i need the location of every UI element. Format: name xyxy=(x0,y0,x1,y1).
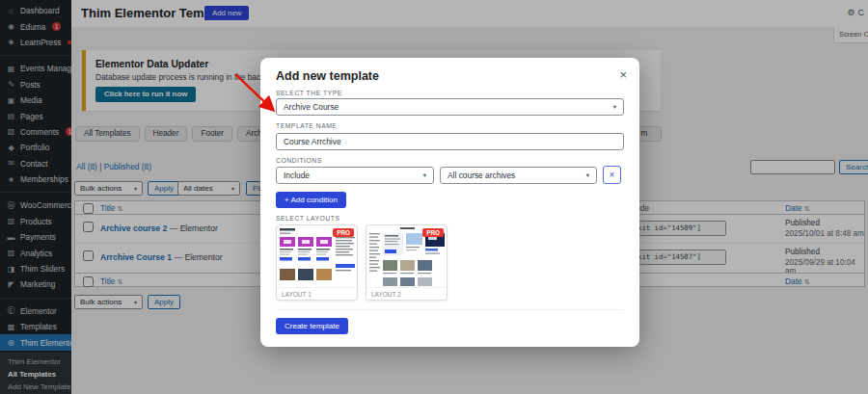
modal-divider xyxy=(276,309,624,310)
conditions-label: CONDITIONS xyxy=(276,157,624,164)
pro-badge: PRO xyxy=(333,228,354,237)
layout-1-card[interactable]: PRO LAYOUT 1 xyxy=(276,224,358,301)
remove-icon: × xyxy=(610,170,615,180)
template-name-label: TEMPLATE NAME xyxy=(276,122,624,129)
condition-scope-value: All course archives xyxy=(448,171,515,180)
chevron-down-icon: ▾ xyxy=(586,171,589,179)
template-type-value: Archive Course xyxy=(284,102,339,112)
condition-scope-select[interactable]: All course archives▾ xyxy=(440,167,597,184)
layout-name: LAYOUT 2 xyxy=(366,287,447,300)
select-type-label: SELECT THE TYPE xyxy=(276,90,624,96)
condition-mode-value: Include xyxy=(284,171,310,180)
chevron-down-icon: ▾ xyxy=(613,103,616,111)
create-template-button[interactable]: Create template xyxy=(276,318,348,334)
chevron-down-icon: ▾ xyxy=(423,171,426,179)
condition-mode-select[interactable]: Include▾ xyxy=(276,167,434,184)
condition-row: Include▾ All course archives▾ × xyxy=(276,166,624,184)
layout-2-card[interactable]: PRO LAYOUT 2 xyxy=(366,224,448,301)
layout-cards: PRO LAYOUT 1 xyxy=(276,224,624,301)
layout-name: LAYOUT 1 xyxy=(277,287,357,300)
template-type-select[interactable]: Archive Course▾ xyxy=(276,98,624,116)
annotation-arrow xyxy=(229,67,285,119)
close-icon[interactable]: × xyxy=(619,67,627,82)
add-condition-button[interactable]: + Add condition xyxy=(276,192,346,208)
remove-condition-button[interactable]: × xyxy=(603,166,621,184)
app-root: ⌂Dashboard ◉Eduma1 ◈LearnPress ▦Events M… xyxy=(0,0,868,394)
add-new-template-modal: Add new template × SELECT THE TYPE Archi… xyxy=(260,58,639,347)
pro-badge: PRO xyxy=(422,228,444,237)
modal-title: Add new template xyxy=(276,69,624,83)
select-layouts-label: SELECT LAYOUTS xyxy=(276,215,624,222)
template-name-input[interactable] xyxy=(276,133,624,150)
